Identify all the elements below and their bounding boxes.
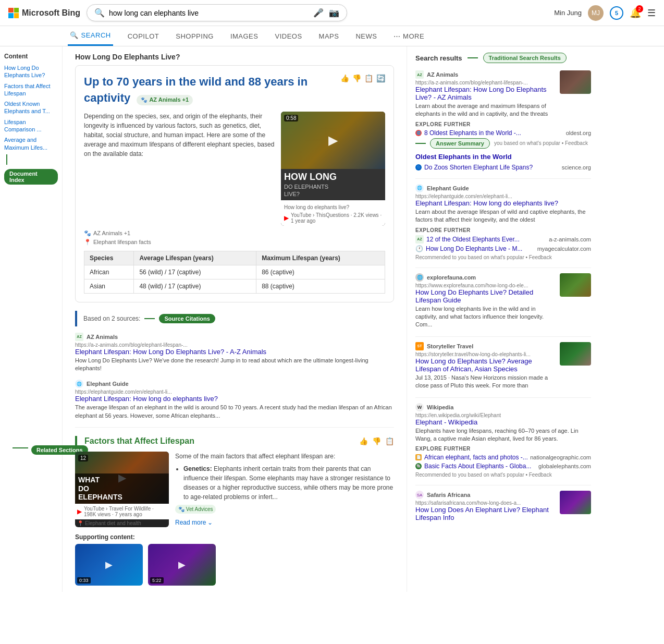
read-more-container: Read more ⌄ [175, 518, 394, 527]
right-wiki-explore-1-domain: nationalgeographic.com [530, 454, 591, 460]
right-divider-3 [415, 336, 591, 337]
right-safaris-url: https://safarisafricana.com/how-long-doe… [415, 500, 555, 506]
right-wiki-explore-2-text[interactable]: 🐘 Basic Facts About Elephants - Globa... [415, 463, 531, 470]
nav-item-more[interactable]: ⋯ MORE [391, 26, 426, 46]
answer-box: 👍 👎 📋 🔄 Up to 70 years in the wild and 8… [75, 65, 394, 302]
read-more-btn[interactable]: Read more ⌄ [175, 518, 394, 527]
right-safaris-link[interactable]: How Long Does An Elephant Live? Elephant… [415, 506, 549, 521]
right-az-explore-2: 🔵 Do Zoos Shorten Elephant Life Spans? s… [415, 164, 591, 171]
oldest-elephants-title[interactable]: Oldest Elephants in the World [415, 153, 591, 161]
right-storyteller-link[interactable]: How Long do Elephants Live? Average Life… [415, 357, 532, 373]
factors-video[interactable]: 12 ▶ WHAT DO ELEPHANTS ▶ YouTube › Trave… [75, 452, 169, 527]
right-eg-url: https://elephantguide.com/en/elephant-li… [415, 193, 591, 199]
source-tag-text: AZ Animals +1 [149, 96, 189, 104]
right-fauna-link[interactable]: How Long Do Elephants Live? Detailed Lif… [415, 288, 533, 304]
factors-thumbs-up[interactable]: 👍 [359, 437, 368, 445]
right-wiki-desc: Elephants have long lifespans, reaching … [415, 427, 591, 443]
clock-icon: 🕐 [415, 245, 423, 252]
right-az-desc: Learn about the average and maximum life… [415, 102, 555, 118]
right-fauna-content: 🌐 explorefauna.com https://www.explorefa… [415, 273, 555, 329]
right-az-explore-1-text[interactable]: 🌐 8 Oldest Elephants in the World -... [415, 129, 521, 137]
factors-video-text: WHAT DO ELEPHANTS [75, 473, 169, 504]
right-safaris-content: SA Safaris Africana https://safarisafric… [415, 491, 555, 521]
right-source-fauna: 🌐 explorefauna.com https://www.explorefa… [415, 273, 591, 329]
factors-intro: Some of the main factors that affect ele… [175, 452, 394, 461]
thumbs-down-btn[interactable]: 👎 [352, 74, 361, 82]
right-eg-explore-2-text[interactable]: 🕐 How Long Do Elephants Live - M... [415, 245, 522, 252]
source-link-1[interactable]: Elephant Lifespan: How Long Do Elephants… [75, 348, 266, 356]
source-link-2[interactable]: Elephant Lifespan: How long do elephants… [75, 395, 218, 403]
elephant-lifespan-footer: 📍 Elephant lifespan facts [84, 239, 385, 246]
right-wiki-link[interactable]: Elephant - Wikipedia [415, 418, 477, 426]
reward-badge[interactable]: 5 [610, 6, 623, 20]
source-tag-footer[interactable]: AZ Animals +1 [93, 230, 130, 236]
video-mini-2[interactable]: ▶ 5:22 [148, 544, 216, 586]
nav-item-images[interactable]: IMAGES [228, 26, 261, 46]
nav-label-more: ⋯ MORE [394, 32, 424, 40]
doc-index-badge[interactable]: Document Index [4, 169, 58, 185]
hamburger-icon[interactable]: ☰ [647, 7, 656, 19]
right-fauna-desc: Learn how long elephants live in the wil… [415, 305, 555, 329]
video-thumbnail[interactable]: 0:58 ▶ HOW LONG DO ELEPHANTS LIVE? How l… [281, 112, 385, 226]
right-safaris-header: SA Safaris Africana [415, 491, 555, 499]
search-results-title: Search results [415, 54, 462, 62]
right-fauna-name: explorefauna.com [427, 274, 476, 281]
right-az-link[interactable]: Elephant Lifespan: How Long Do Elephants… [415, 86, 547, 101]
mini-duration-2: 5:22 [150, 577, 164, 584]
right-wiki-explore-1-text[interactable]: 📄 African elephant, facts and photos -..… [415, 454, 528, 461]
microphone-icon[interactable]: 🎤 [313, 8, 324, 18]
video-title: HOW LONG DO ELEPHANTS LIVE? [281, 169, 385, 200]
video-mini-1[interactable]: ▶ 0:33 [75, 544, 143, 586]
mini-play-2: ▶ [178, 559, 186, 570]
nav-item-news[interactable]: NEWS [353, 26, 379, 46]
sidebar-link-2[interactable]: Factors that Affect Lifespan [4, 82, 58, 98]
logo-icon [8, 8, 19, 18]
table-row: African 56 (wild) / 17 (captive) 86 (cap… [84, 265, 385, 279]
right-wiki-recommendation: Recommended to you based on what's popul… [415, 472, 591, 478]
right-eg-header: 🌐 Elephant Guide [415, 184, 591, 192]
nav-item-shopping[interactable]: SHOPPING [174, 26, 216, 46]
right-az-explore-1: 🌐 8 Oldest Elephants in the World -... o… [415, 129, 591, 137]
camera-icon[interactable]: 📷 [329, 8, 339, 18]
header: Microsoft Bing 🔍 🎤 📷 Min Jung MJ 5 🔔 2 ☰ [0, 0, 664, 26]
right-az-explore-2-text[interactable]: 🔵 Do Zoos Shorten Elephant Life Spans? [415, 164, 533, 171]
right-source-az-flex: AZ AZ Animals https://a-z-animals.com/bl… [415, 70, 591, 118]
right-eg-explore-1-text[interactable]: AZ 12 of the Oldest Elephants Ever... [415, 235, 520, 244]
right-source-az: AZ AZ Animals https://a-z-animals.com/bl… [415, 70, 591, 171]
video-play-icon: ▶ [328, 133, 338, 148]
az-animals-icon: 🐾 [141, 96, 147, 104]
right-wiki-favicon: W [415, 403, 424, 411]
nav-item-search[interactable]: 🔍 SEARCH [68, 26, 113, 46]
right-eg-link[interactable]: Elephant Lifespan: How long do elephants… [415, 199, 558, 207]
factors-share[interactable]: 📋 [385, 437, 394, 445]
factors-thumbs-down[interactable]: 👎 [372, 437, 381, 445]
nav-item-copilot[interactable]: COPILOT [126, 26, 162, 46]
sidebar-link-3[interactable]: Oldest Known Elephants and T... [4, 100, 58, 115]
logo: Microsoft Bing [8, 8, 80, 18]
sidebar-title: Content [4, 53, 58, 60]
right-wiki-explore-2-domain: globalelephants.com [538, 463, 591, 469]
source-cite-badge[interactable]: Source Citations [159, 314, 215, 323]
nav-item-videos[interactable]: VIDEOS [273, 26, 304, 46]
refresh-btn[interactable]: 🔄 [376, 74, 385, 82]
answer-body-text: Depending on the species, sex, and origi… [84, 112, 275, 226]
factors-location-icon: 📍 [77, 520, 83, 526]
right-eg-explore-1: AZ 12 of the Oldest Elephants Ever... a-… [415, 235, 591, 244]
thumbs-up-btn[interactable]: 👍 [340, 74, 349, 82]
table-header-max: Maximum Lifespan (years) [256, 251, 385, 265]
sidebar-link-5[interactable]: Average and Maximum Lifes... [4, 136, 58, 151]
sidebar-link-4[interactable]: Lifespan Comparison ... [4, 118, 58, 133]
search-input[interactable] [109, 9, 309, 17]
source-url-2: https://elephantguide.com/en/elephant-li… [75, 389, 394, 395]
share-btn[interactable]: 📋 [364, 74, 373, 82]
nav-item-maps[interactable]: MAPS [317, 26, 341, 46]
right-wiki-explore-1: 📄 African elephant, facts and photos -..… [415, 454, 591, 461]
notification-badge[interactable]: 🔔 2 [630, 7, 641, 19]
sidebar-link-1[interactable]: How Long Do Elephants Live? [4, 64, 58, 79]
nav-label-maps: MAPS [319, 32, 339, 40]
right-az-explore-1-domain: oldest.org [566, 130, 591, 136]
right-storyteller-name: Storyteller Travel [427, 343, 473, 349]
location-icon: 📍 [84, 239, 91, 246]
right-wiki-explore-label: EXPLORE FURTHER [415, 446, 591, 452]
source-tag[interactable]: 🐾 AZ Animals +1 [137, 95, 193, 105]
